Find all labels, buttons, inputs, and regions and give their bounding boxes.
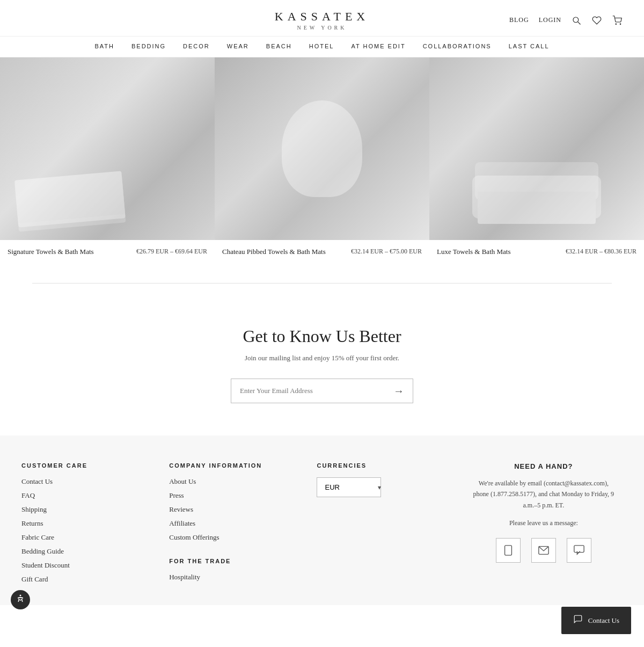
brand-location: NEW YORK [222,25,422,31]
product-price-luxe: €32.14 EUR – €80.36 EUR [566,248,636,256]
login-link[interactable]: LOGIN [539,16,561,24]
footer-link-faq[interactable]: FAQ [21,491,153,500]
accessibility-button[interactable] [11,590,30,605]
footer-currencies: CURRENCIES EUR USD GBP CAD AUD [317,462,448,589]
header-logo: KASSATEX NEW YORK [222,10,422,31]
phone-icon [496,538,521,563]
product-price-signature: €26.79 EUR – €69.64 EUR [136,248,207,256]
footer-link-student-discount[interactable]: Student Discount [21,561,153,570]
footer-link-about[interactable]: About Us [169,477,301,486]
email-icon [531,538,556,563]
svg-point-8 [20,595,21,597]
contact-icons [470,538,617,563]
svg-rect-4 [504,546,511,555]
need-hand-message: Please leave us a message: [470,519,617,527]
blog-link[interactable]: BLOG [509,16,529,24]
trade-title: FOR THE TRADE [169,558,301,564]
product-name-luxe: Luxe Towels & Bath Mats [437,248,560,256]
newsletter-input-wrap: → [231,379,413,403]
company-info-title: COMPANY INFORMATION [169,462,301,469]
product-card-signature[interactable]: Signature Towels & Bath Mats €26.79 EUR … [0,57,215,261]
footer-link-custom[interactable]: Custom Offerings [169,533,301,542]
svg-point-0 [573,17,579,23]
product-name-signature: Signature Towels & Bath Mats [8,248,131,256]
svg-rect-7 [574,546,584,553]
accessibility-icon [16,594,25,605]
product-card-luxe[interactable]: Luxe Towels & Bath Mats €32.14 EUR – €80… [429,57,644,261]
nav-beach[interactable]: BEACH [266,43,292,49]
nav-hotel[interactable]: HOTEL [309,43,334,49]
footer-company-info: COMPANY INFORMATION About Us Press Revie… [169,462,301,589]
svg-line-1 [578,21,581,24]
product-image-signature [0,57,215,240]
newsletter-form: → [11,379,633,403]
footer-customer-care: CUSTOMER CARE Contact Us FAQ Shipping Re… [21,462,153,589]
newsletter-section: Get to Know Us Better Join our mailing l… [0,305,644,435]
newsletter-subtitle: Join our mailing list and enjoy 15% off … [11,354,633,362]
need-hand-title: NEED A HAND? [470,462,617,470]
footer-link-hospitality[interactable]: Hospitality [169,573,301,581]
nav-collaborations[interactable]: COLLABORATIONS [423,43,492,49]
svg-point-3 [620,24,621,25]
section-divider [32,283,612,283]
main-nav: BATH BEDDING DECOR WEAR BEACH HOTEL AT H… [0,36,644,57]
product-info-chateau: Chateau Pibbed Towels & Bath Mats €32.14… [215,240,429,261]
nav-wear[interactable]: WEAR [227,43,249,49]
footer-link-bedding-guide[interactable]: Bedding Guide [21,547,153,556]
footer-link-press[interactable]: Press [169,491,301,500]
cart-icon[interactable] [612,15,623,26]
product-price-chateau: €32.14 EUR – €75.00 EUR [351,248,422,256]
contact-email-icon[interactable] [531,538,556,563]
footer-link-gift-card[interactable]: Gift Card [21,575,153,584]
product-image-chateau [215,57,429,240]
footer-link-reviews[interactable]: Reviews [169,505,301,514]
site-footer: CUSTOMER CARE Contact Us FAQ Shipping Re… [0,435,644,605]
nav-decor[interactable]: DECOR [183,43,210,49]
customer-care-title: CUSTOMER CARE [21,462,153,469]
footer-link-contact[interactable]: Contact Us [21,477,153,486]
contact-chat-icon[interactable] [567,538,591,563]
need-hand-text: We're available by email (contact@kassat… [470,478,617,511]
site-header: KASSATEX NEW YORK BLOG LOGIN [0,0,644,57]
product-info-luxe: Luxe Towels & Bath Mats €32.14 EUR – €80… [429,240,644,261]
footer-link-fabric-care[interactable]: Fabric Care [21,533,153,542]
product-image-luxe [429,57,644,240]
footer-link-shipping[interactable]: Shipping [21,505,153,514]
contact-phone-icon[interactable] [496,538,521,563]
nav-bath[interactable]: BATH [94,43,114,49]
wishlist-icon[interactable] [591,15,602,26]
chat-icon [567,538,591,563]
footer-grid: CUSTOMER CARE Contact Us FAQ Shipping Re… [21,462,623,589]
svg-point-2 [616,24,617,25]
brand-name: KASSATEX [222,10,422,24]
product-info-signature: Signature Towels & Bath Mats €26.79 EUR … [0,240,215,261]
currencies-select[interactable]: EUR USD GBP CAD AUD [317,477,381,497]
nav-last-call[interactable]: LAST CALL [509,43,550,49]
newsletter-submit-button[interactable]: → [385,385,413,397]
newsletter-title: Get to Know Us Better [11,326,633,346]
nav-bedding[interactable]: BEDDING [131,43,166,49]
newsletter-email-input[interactable] [231,379,385,403]
footer-link-affiliates[interactable]: Affiliates [169,519,301,528]
product-name-chateau: Chateau Pibbed Towels & Bath Mats [222,248,346,256]
currencies-wrap: EUR USD GBP CAD AUD [317,477,386,497]
currencies-title: CURRENCIES [317,462,448,469]
footer-link-returns[interactable]: Returns [21,519,153,528]
products-grid: Signature Towels & Bath Mats €26.79 EUR … [0,57,644,261]
nav-at-home-edit[interactable]: AT HOME EDIT [351,43,405,49]
header-right: BLOG LOGIN [422,15,623,26]
search-icon[interactable] [571,15,582,26]
footer-need-hand: NEED A HAND? We're available by email (c… [465,462,623,589]
product-card-chateau[interactable]: Chateau Pibbed Towels & Bath Mats €32.14… [215,57,429,261]
